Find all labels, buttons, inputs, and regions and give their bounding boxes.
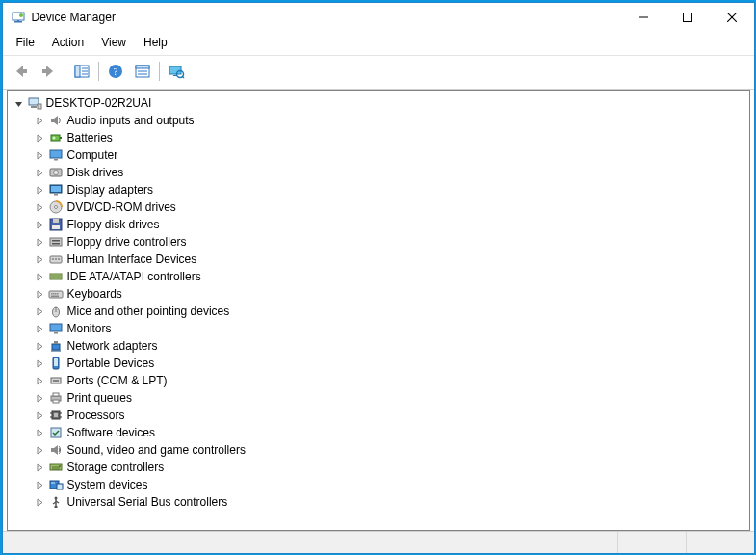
device-tree: DESKTOP-02R2UAIAudio inputs and outputsB…	[8, 91, 749, 515]
svg-rect-31	[50, 150, 62, 158]
tree-node-label: Storage controllers	[67, 461, 165, 474]
svg-rect-57	[57, 293, 59, 295]
nav-forward-button[interactable]	[36, 59, 61, 84]
svg-rect-58	[51, 296, 59, 298]
tree-node[interactable]: Network adapters	[8, 337, 749, 355]
expander-icon[interactable]	[35, 340, 46, 352]
expander-icon[interactable]	[35, 392, 46, 404]
expander-icon[interactable]	[35, 410, 46, 421]
expander-icon[interactable]	[35, 184, 46, 196]
expander-icon[interactable]	[35, 479, 46, 490]
sound-icon	[48, 442, 64, 458]
tree-node[interactable]: Floppy disk drives	[8, 216, 749, 233]
svg-rect-63	[52, 344, 60, 350]
properties-button[interactable]	[130, 59, 155, 84]
expander-icon[interactable]	[35, 357, 46, 369]
expander-icon[interactable]	[35, 427, 46, 438]
maximize-button[interactable]	[665, 3, 710, 32]
menu-file[interactable]: File	[9, 34, 42, 51]
expander-icon[interactable]	[35, 132, 46, 144]
statusbar-cell	[686, 532, 754, 553]
svg-rect-1	[14, 21, 22, 23]
tree-node[interactable]: Monitors	[8, 320, 749, 337]
tree-node[interactable]: Display adapters	[8, 181, 749, 198]
tree-node[interactable]: Universal Serial Bus controllers	[8, 493, 749, 511]
expander-icon[interactable]	[35, 271, 46, 282]
svg-rect-5	[683, 13, 691, 22]
tree-node-label: Audio inputs and outputs	[67, 114, 195, 127]
tree-node[interactable]: Software devices	[8, 424, 749, 441]
svg-point-69	[53, 380, 55, 382]
svg-rect-64	[54, 341, 58, 344]
tree-node[interactable]: Human Interface Devices	[8, 251, 749, 268]
expander-icon[interactable]	[35, 253, 46, 265]
expander-icon[interactable]	[35, 462, 46, 473]
tree-node-label: Disk drives	[67, 166, 124, 179]
expander-icon[interactable]	[35, 149, 46, 161]
port-icon	[48, 373, 64, 388]
tree-node-label: Print queues	[67, 391, 132, 405]
floppyctrl-icon	[48, 234, 64, 250]
cdrom-icon	[48, 199, 64, 215]
show-hide-tree-button[interactable]	[69, 59, 94, 84]
svg-rect-27	[38, 104, 41, 109]
expander-icon[interactable]	[35, 115, 46, 126]
tree-node[interactable]: IDE ATA/ATAPI controllers	[8, 268, 749, 285]
expander-icon[interactable]	[35, 496, 46, 508]
expander-icon[interactable]	[35, 375, 46, 386]
tree-node[interactable]: Portable Devices	[8, 355, 749, 372]
svg-point-3	[19, 13, 23, 17]
svg-rect-49	[58, 258, 60, 260]
scan-hardware-button[interactable]	[164, 59, 189, 84]
svg-rect-55	[53, 293, 55, 295]
toolbar-separator	[65, 62, 65, 81]
close-button[interactable]	[710, 3, 754, 32]
tree-node[interactable]: System devices	[8, 476, 749, 493]
svg-rect-29	[60, 137, 62, 139]
tree-node-label: Display adapters	[67, 183, 153, 197]
tree-node[interactable]: Disk drives	[8, 164, 749, 181]
software-icon	[48, 425, 64, 440]
expander-icon[interactable]	[35, 288, 46, 300]
tree-node-label: IDE ATA/ATAPI controllers	[67, 270, 201, 283]
tree-node[interactable]: Sound, video and game controllers	[8, 441, 749, 459]
svg-rect-54	[51, 293, 53, 295]
tree-node[interactable]: Keyboards	[8, 285, 749, 303]
tree-node-label: Floppy disk drives	[67, 218, 160, 231]
nav-back-button[interactable]	[9, 59, 34, 84]
tree-node[interactable]: Computer	[8, 146, 749, 164]
menu-help[interactable]: Help	[136, 34, 175, 51]
menu-view[interactable]: View	[93, 34, 134, 51]
svg-rect-67	[54, 358, 58, 366]
expander-icon[interactable]	[13, 97, 25, 109]
tree-node[interactable]: Floppy drive controllers	[8, 233, 749, 251]
expander-icon[interactable]	[35, 305, 46, 317]
window-frame: Device Manager File Action View Help	[2, 2, 755, 554]
statusbar-cell	[617, 532, 686, 553]
tree-node[interactable]: Batteries	[8, 129, 749, 146]
svg-rect-9	[42, 69, 47, 73]
svg-rect-36	[51, 186, 61, 192]
expander-icon[interactable]	[35, 201, 46, 213]
expander-icon[interactable]	[35, 236, 46, 248]
tree-node[interactable]: Audio inputs and outputs	[8, 112, 749, 129]
tree-root[interactable]: DESKTOP-02R2UAI	[8, 94, 749, 112]
svg-rect-43	[50, 238, 62, 246]
tree-node[interactable]: Ports (COM & LPT)	[8, 372, 749, 389]
tree-node[interactable]: Mice and other pointing devices	[8, 303, 749, 320]
expander-icon[interactable]	[35, 167, 46, 178]
help-button[interactable]: ?	[103, 59, 128, 84]
expander-icon[interactable]	[35, 323, 46, 334]
tree-node-label: Batteries	[67, 131, 113, 145]
expander-icon[interactable]	[35, 219, 46, 230]
tree-node[interactable]: Storage controllers	[8, 459, 749, 476]
tree-node[interactable]: Print queues	[8, 389, 749, 407]
tree-node[interactable]: DVD/CD-ROM drives	[8, 198, 749, 216]
menu-action[interactable]: Action	[44, 34, 91, 51]
tree-node[interactable]: Processors	[8, 407, 749, 424]
expander-icon[interactable]	[35, 444, 46, 456]
minimize-button[interactable]	[621, 3, 665, 32]
usb-icon	[48, 494, 64, 510]
tree-pane[interactable]: DESKTOP-02R2UAIAudio inputs and outputsB…	[7, 90, 750, 531]
battery-icon	[48, 130, 64, 145]
